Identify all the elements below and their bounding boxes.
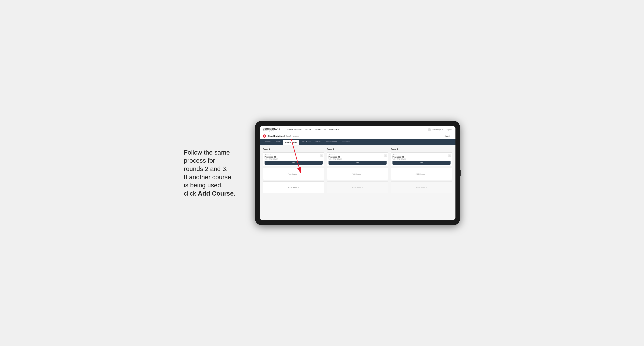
round-3-course-card: ○ (Course A) Peachtree GC Yellow (M) (66… [391, 152, 452, 167]
scoreboard-logo: SCOREBOARD [263, 128, 280, 130]
instruction-line5: is being used, [184, 181, 223, 189]
round-2-course-card: ○ (Course A) Peachtree GC Yellow (M) (66… [327, 152, 388, 167]
round-1-course-details: Yellow (M) (6629 yds) [264, 158, 322, 160]
tablet-side-button [460, 170, 461, 176]
instruction-line1: Follow the same [184, 149, 230, 156]
round-2-column: Round 2 ○ (Course A) Peachtree GC Yellow… [327, 148, 388, 193]
nav-right: blair@clippd.io | Sign out [428, 128, 452, 131]
round-3-course-label: (Course A) [392, 154, 450, 156]
round-3-edit-button[interactable]: Edit [392, 161, 450, 165]
round-3-course-name: Peachtree GC [392, 156, 450, 158]
logo-subtext: Powered by clippd [263, 130, 280, 132]
tab-printables[interactable]: Printables [340, 139, 352, 145]
add-plus-icon-4: + [362, 186, 364, 188]
tab-course-setup[interactable]: Course Setup [283, 140, 299, 145]
instruction-line3: rounds 2 and 3. [184, 165, 228, 172]
round-2-course-name: Peachtree GC [328, 156, 386, 158]
round-2-course-label: (Course A) [328, 154, 386, 156]
tournament-name: Clippd Invitational [268, 135, 285, 137]
round-2-add-course-text-1: Add Course + [352, 173, 364, 175]
round-3-label: Round 3 [391, 148, 452, 150]
add-plus-icon-6: + [426, 186, 428, 188]
tab-teams[interactable]: Teams [273, 139, 283, 145]
round-1-delete-icon[interactable]: ○ [320, 154, 323, 157]
pipe-separator: | [444, 129, 445, 131]
sub-header: C Clippd Invitational (Men) Hosting Canc… [260, 133, 456, 139]
top-nav: SCOREBOARD Powered by clippd TOURNAMENTS… [260, 126, 456, 133]
round-3-add-course-text-1: Add Course + [416, 173, 428, 175]
cancel-x-icon: ✕ [451, 135, 452, 137]
round-1-add-course-1[interactable]: Add Course + [263, 168, 324, 180]
add-plus-icon-2: + [298, 186, 300, 188]
round-3-course-details: Yellow (M) (6629 yds) [392, 158, 450, 160]
round-1-add-course-text-1: Add Course + [288, 173, 300, 175]
user-email: blair@clippd.io [432, 129, 443, 131]
tablet-device: SCOREBOARD Powered by clippd TOURNAMENTS… [255, 121, 460, 225]
instruction-line2: process for [184, 157, 215, 164]
round-1-course-name: Peachtree GC [264, 156, 322, 158]
round-2-label: Round 2 [327, 148, 388, 150]
tab-tee-groups[interactable]: Tee Groups [299, 139, 313, 145]
round-1-add-course-2[interactable]: Add Course + [263, 181, 324, 193]
sign-out-link[interactable]: Sign out [446, 129, 452, 131]
round-2-add-course-text-2: Add Course + [352, 186, 364, 188]
round-2-add-course-1[interactable]: Add Course + [327, 168, 388, 180]
round-1-course-label: (Course A) [264, 154, 322, 156]
tournament-title-area: C Clippd Invitational (Men) Hosting [263, 135, 298, 138]
round-3-column: Round 3 ○ (Course A) Peachtree GC Yellow… [391, 148, 452, 193]
round-1-course-card: ○ (Course A) Peachtree GC Yellow (M) (66… [263, 152, 324, 167]
round-2-delete-icon[interactable]: ○ [384, 154, 387, 157]
round-1-add-course-text-2: Add Course + [288, 186, 300, 188]
instruction-line6: click Add Course. [184, 190, 235, 197]
nav-teams[interactable]: TEAMS [305, 128, 312, 131]
round-1-column: Round 1 ○ (Course A) Peachtree GC Yellow… [263, 148, 324, 193]
round-3-add-course-1[interactable]: Add Course + [391, 168, 452, 180]
add-plus-icon-3: + [362, 173, 364, 175]
nav-tournaments[interactable]: TOURNAMENTS [287, 128, 302, 131]
round-1-edit-button[interactable]: Edit [264, 161, 322, 165]
tab-leaderboards[interactable]: Leaderboards [324, 139, 340, 145]
add-plus-icon-1: + [298, 173, 300, 175]
page-wrapper: Follow the same process for rounds 2 and… [184, 121, 460, 225]
instruction-text: Follow the same process for rounds 2 and… [184, 149, 247, 198]
round-2-edit-button[interactable]: Edit [328, 161, 386, 165]
tab-results[interactable]: Results [313, 139, 324, 145]
instruction-line4: If another course [184, 173, 231, 180]
round-3-add-course-2: Add Course + [391, 181, 452, 193]
main-content: Round 1 ○ (Course A) Peachtree GC Yellow… [260, 145, 456, 220]
tab-details[interactable]: Details [263, 139, 273, 145]
round-1-label: Round 1 [263, 148, 324, 150]
round-2-course-details: Yellow (M) (6629 yds) [328, 158, 386, 160]
tab-bar: Details Teams Course Setup Tee Groups Re… [260, 139, 456, 145]
user-avatar [428, 128, 431, 131]
tournament-men: (Men) [286, 135, 291, 137]
round-3-add-course-text-2: Add Course + [416, 186, 428, 188]
rounds-grid: Round 1 ○ (Course A) Peachtree GC Yellow… [263, 148, 452, 193]
c-logo: C [263, 135, 266, 138]
cancel-button[interactable]: Cancel ✕ [444, 135, 452, 137]
add-plus-icon-5: + [426, 173, 428, 175]
tablet-screen: SCOREBOARD Powered by clippd TOURNAMENTS… [260, 126, 456, 220]
round-3-delete-icon[interactable]: ○ [448, 154, 451, 157]
logo-area: SCOREBOARD Powered by clippd [263, 128, 280, 132]
round-2-add-course-2: Add Course + [327, 181, 388, 193]
nav-links: TOURNAMENTS TEAMS COMMITTEE RANKINGS [287, 128, 424, 131]
nav-rankings[interactable]: RANKINGS [329, 128, 340, 131]
nav-committee[interactable]: COMMITTEE [315, 128, 326, 131]
hosting-badge: Hosting [293, 135, 298, 137]
